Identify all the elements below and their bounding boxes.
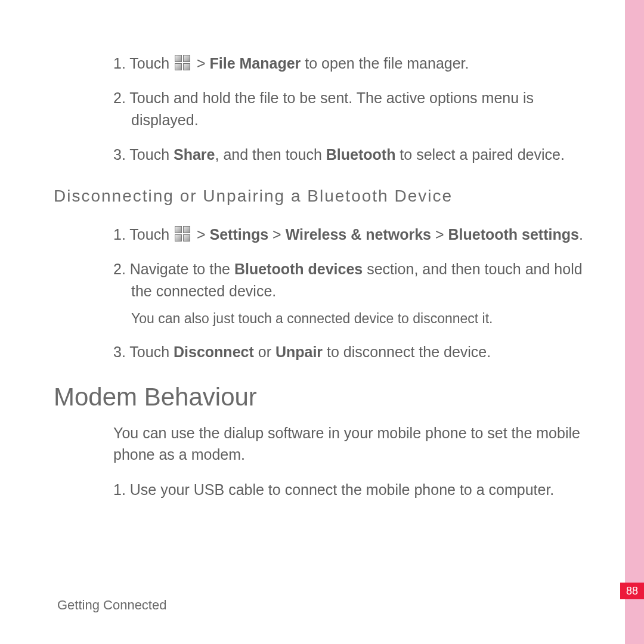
step-number: 1. bbox=[113, 226, 129, 243]
bold-text: Disconnect bbox=[174, 343, 254, 360]
text: or bbox=[254, 343, 275, 360]
text: Touch bbox=[129, 226, 174, 243]
page-number-badge: 88 bbox=[620, 583, 644, 599]
bold-text: Bluetooth devices bbox=[234, 261, 363, 277]
stepB-1: 1. Touch > Settings > Wireless & network… bbox=[54, 224, 599, 245]
text: Touch and hold the file to be sent. The … bbox=[129, 89, 534, 128]
text: to disconnect the device. bbox=[323, 343, 491, 360]
text: Navigate to the bbox=[130, 261, 234, 277]
text: . bbox=[579, 226, 583, 243]
text: Touch bbox=[129, 343, 174, 360]
text: Touch bbox=[129, 55, 174, 72]
text: to open the file manager. bbox=[301, 55, 469, 72]
apps-grid-icon bbox=[175, 55, 191, 72]
stepA-3: 3. Touch Share, and then touch Bluetooth… bbox=[54, 144, 599, 165]
intro-paragraph: You can use the dialup software in your … bbox=[54, 422, 599, 466]
stepA-1: 1. Touch > File Manager to open the file… bbox=[54, 52, 599, 74]
step-number: 2. bbox=[113, 261, 130, 277]
text: > bbox=[268, 226, 286, 243]
step-number: 3. bbox=[113, 146, 129, 163]
bold-text: File Manager bbox=[210, 55, 301, 72]
stepB-3: 3. Touch Disconnect or Unpair to disconn… bbox=[54, 341, 599, 363]
inline-note: You can also just touch a connected devi… bbox=[54, 309, 599, 328]
bold-text: Bluetooth bbox=[326, 146, 396, 163]
step-number: 3. bbox=[113, 343, 129, 360]
text: > bbox=[193, 226, 210, 243]
bold-text: Unpair bbox=[275, 343, 323, 360]
text: to select a paired device. bbox=[395, 146, 565, 163]
stepA-2: 2. Touch and hold the file to be sent. T… bbox=[54, 87, 599, 131]
bold-text: Bluetooth settings bbox=[448, 226, 578, 243]
modem-step-1: 1. Use your USB cable to connect the mob… bbox=[54, 479, 599, 500]
apps-grid-icon bbox=[175, 226, 191, 243]
stepB-2: 2. Navigate to the Bluetooth devices sec… bbox=[54, 258, 599, 302]
text: , and then touch bbox=[215, 146, 326, 163]
text: Touch bbox=[129, 146, 174, 163]
text: > bbox=[193, 55, 210, 72]
bold-text: Share bbox=[174, 146, 215, 163]
footer-chapter-label: Getting Connected bbox=[57, 597, 166, 613]
text: Use your USB cable to connect the mobile… bbox=[130, 481, 555, 498]
subsection-heading: Disconnecting or Unpairing a Bluetooth D… bbox=[54, 187, 599, 206]
page-content: 1. Touch > File Manager to open the file… bbox=[54, 52, 599, 513]
bold-text: Wireless & networks bbox=[286, 226, 431, 243]
accent-sidebar bbox=[625, 0, 644, 644]
step-number: 2. bbox=[113, 89, 129, 106]
bold-text: Settings bbox=[210, 226, 269, 243]
section-heading: Modem Behaviour bbox=[54, 383, 599, 411]
text: > bbox=[431, 226, 448, 243]
step-number: 1. bbox=[113, 55, 129, 72]
step-number: 1. bbox=[113, 481, 130, 498]
